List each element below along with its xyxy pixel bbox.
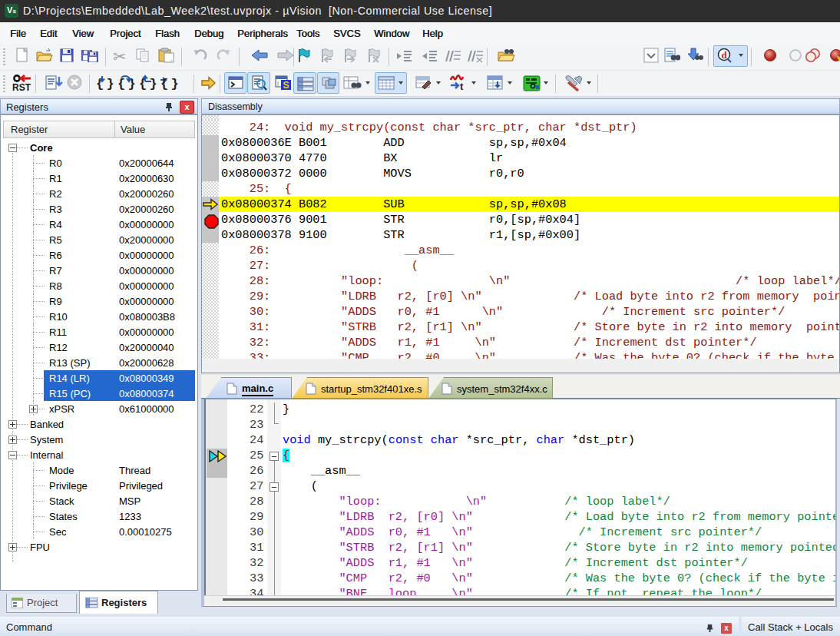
svg-text:t: t — [460, 81, 464, 92]
svg-text:{ }: { } — [96, 77, 114, 91]
svg-text:d: d — [721, 49, 727, 61]
svg-text:RST: RST — [12, 82, 31, 92]
svg-text:S: S — [283, 80, 289, 91]
svg-text:{ }: { } — [160, 77, 178, 91]
svg-text:{ }: { } — [139, 77, 157, 91]
